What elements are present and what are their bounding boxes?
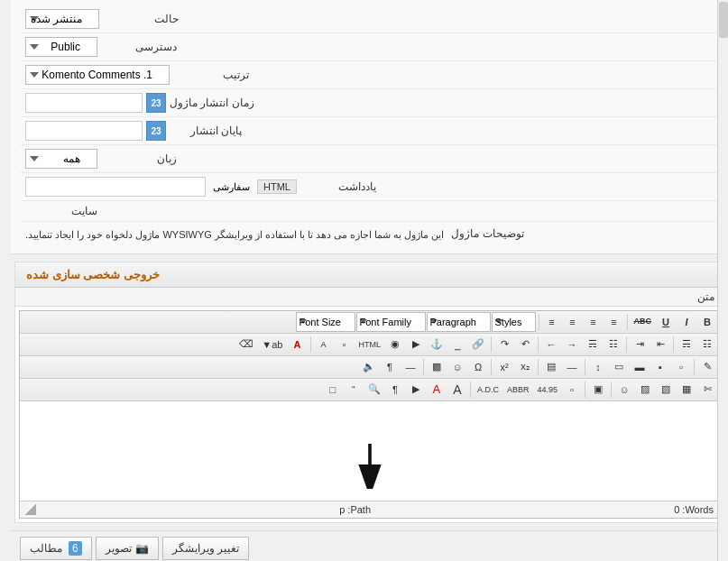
emoji-button[interactable]: ☺: [447, 357, 467, 377]
italic-button[interactable]: I: [677, 312, 696, 332]
align-justify-icon: ≡: [548, 317, 554, 327]
unlink-button[interactable]: ⎯: [447, 335, 467, 354]
font-family-dropdown[interactable]: Font Family: [356, 312, 426, 332]
rect3-icon: ▬: [635, 362, 645, 372]
superscript-button[interactable]: x²: [494, 357, 514, 377]
html-tag-button[interactable]: HTML: [355, 335, 385, 354]
path-label: Path:: [347, 504, 371, 515]
hr-button[interactable]: —: [562, 357, 582, 377]
spec-chars-button[interactable]: ▩: [427, 357, 447, 377]
undo-button[interactable]: ↶: [515, 335, 535, 354]
subscript-button[interactable]: x₂: [515, 357, 535, 377]
list-bullet-button[interactable]: ☷: [697, 335, 717, 354]
status-select[interactable]: منتشر شده: [25, 9, 99, 29]
access-select[interactable]: Public: [25, 37, 97, 57]
strikethrough-button[interactable]: ABC: [631, 312, 656, 332]
text-color-button[interactable]: A: [288, 335, 308, 354]
sep-9: [585, 359, 585, 375]
anchor-button[interactable]: ⚓: [427, 335, 447, 354]
bold-button[interactable]: B: [697, 312, 717, 332]
remove-format-button[interactable]: ⌫: [235, 335, 257, 354]
source-button[interactable]: ✎: [697, 357, 717, 377]
insert-img-button[interactable]: ▶: [406, 380, 426, 400]
language-select[interactable]: همه: [25, 149, 97, 169]
link-button[interactable]: 🔗: [468, 335, 488, 354]
quote-icon: “: [352, 384, 355, 395]
link-icon: 🔗: [472, 338, 484, 350]
note-input[interactable]: [25, 177, 206, 197]
align-justify-button[interactable]: ≡: [542, 312, 562, 332]
list-num-style-button[interactable]: ☴: [583, 335, 603, 354]
char-button[interactable]: ▫: [335, 335, 355, 354]
abbr-button[interactable]: ABBR: [503, 380, 533, 400]
publish-date-input[interactable]: [25, 93, 143, 113]
paragraph-dropdown[interactable]: Paragraph: [427, 312, 491, 332]
quote-button[interactable]: “: [344, 380, 364, 400]
align-center-button[interactable]: ≡: [584, 312, 604, 332]
paste-button[interactable]: ▧: [656, 380, 676, 400]
indent-button[interactable]: ←: [541, 335, 561, 354]
main-content: حالت منتشر شده دسترسی Public ترتیب Komen…: [11, 0, 728, 561]
list-style-button[interactable]: ☷: [604, 335, 623, 354]
words-label: Words:: [682, 504, 714, 515]
cut-button[interactable]: ✄: [697, 380, 717, 400]
media-button[interactable]: ◉: [385, 335, 405, 354]
output-title: خروجی شخصی سازی شده: [26, 268, 160, 281]
table-button[interactable]: ▤: [541, 357, 561, 377]
publish-date-icon[interactable]: 23: [146, 93, 166, 113]
switch-editor-button[interactable]: تغییر ویرایشگر: [162, 537, 249, 560]
rect4-button[interactable]: ▭: [609, 357, 629, 377]
toolbar-row-3: ✎ ▫ ▪ ▬ ▭ ↕ — ▤ x₂ x² Ω ☺ ▩: [20, 356, 719, 379]
outdent-button[interactable]: →: [562, 335, 582, 354]
close-tag-button[interactable]: □: [323, 380, 343, 400]
output-section: خروجی شخصی سازی شده متن B I U ABC ≡ ≡ ≡ …: [14, 262, 724, 523]
italic-icon: I: [685, 317, 687, 327]
status-row: حالت منتشر شده: [20, 5, 719, 33]
select-all-button[interactable]: ▣: [588, 380, 608, 400]
end-date-icon[interactable]: 23: [146, 121, 166, 141]
highlight-button[interactable]: ab▼: [258, 335, 286, 354]
line-break-button[interactable]: —: [401, 357, 420, 377]
resize-handle[interactable]: [25, 504, 36, 515]
font-big-button[interactable]: A: [447, 380, 467, 400]
indent-out-button[interactable]: ⇤: [650, 335, 670, 354]
align-right-button[interactable]: ≡: [563, 312, 583, 332]
list-number-button[interactable]: ☴: [677, 335, 696, 354]
end-date-input[interactable]: [25, 121, 143, 141]
pilcrow2-button[interactable]: ¶: [385, 380, 405, 400]
redo-button[interactable]: ↷: [494, 335, 514, 354]
scrollbar[interactable]: [717, 0, 728, 561]
arrows-button[interactable]: ↕: [588, 357, 608, 377]
source-icon: ✎: [704, 361, 712, 372]
styles-dropdown[interactable]: Styles: [492, 312, 536, 332]
paste-text-button[interactable]: ▨: [635, 380, 655, 400]
num44-button[interactable]: 44.95: [533, 380, 561, 400]
indent-in-button[interactable]: ⇥: [630, 335, 650, 354]
image-button-bottom[interactable]: 📷 تصویر: [96, 537, 159, 560]
copy-button[interactable]: ▦: [677, 380, 696, 400]
ordering-label: ترتیب: [177, 69, 249, 81]
underline-button[interactable]: U: [656, 312, 676, 332]
pilcrow-icon: ¶: [387, 362, 392, 372]
char2-button[interactable]: Α: [314, 335, 334, 354]
omega-button[interactable]: Ω: [468, 357, 488, 377]
ordering-select[interactable]: Komento Comments .1: [25, 65, 170, 85]
font-color-a-button[interactable]: A: [427, 380, 447, 400]
articles-button[interactable]: 6 مطالب: [20, 537, 92, 560]
find-button[interactable]: ▫: [562, 380, 582, 400]
find-icon: ▫: [570, 384, 574, 395]
image-button[interactable]: ▶: [406, 335, 426, 354]
rect3-button[interactable]: ▬: [630, 357, 650, 377]
paste-word-button[interactable]: ☺: [614, 380, 634, 400]
unlink-icon: ⎯: [455, 339, 461, 350]
rect2-button[interactable]: ▪: [650, 357, 670, 377]
pilcrow-button[interactable]: ¶: [380, 357, 400, 377]
abbr-icon: ABBR: [507, 385, 530, 394]
zoom-in-button[interactable]: 🔍: [364, 380, 384, 400]
font-size-dropdown[interactable]: Font Size: [296, 312, 355, 332]
speaker-button[interactable]: 🔈: [359, 357, 379, 377]
editor-content[interactable]: [20, 401, 719, 501]
rect1-button[interactable]: ▫: [671, 357, 691, 377]
align-left-button[interactable]: ≡: [604, 312, 624, 332]
adc-button[interactable]: A.D.C: [474, 380, 502, 400]
